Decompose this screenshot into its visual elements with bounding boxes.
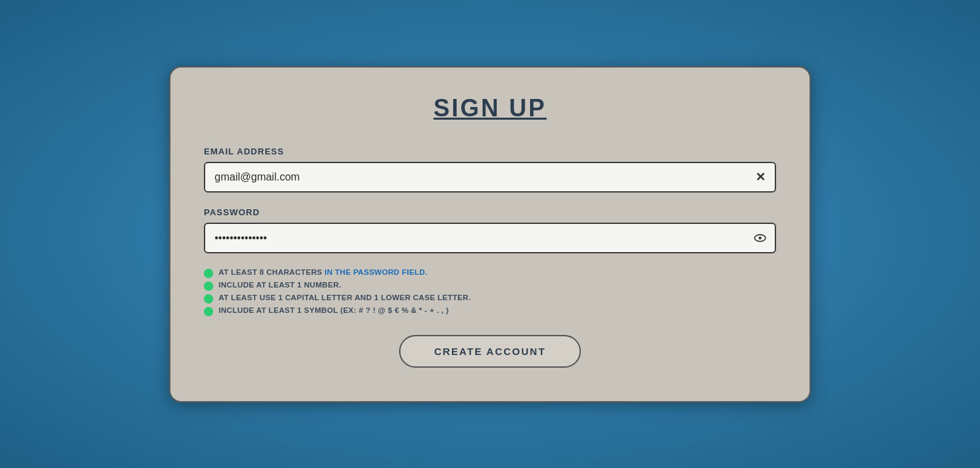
clear-email-icon[interactable]: ✕: [752, 169, 768, 185]
req-dot-number: [204, 281, 213, 291]
email-input-wrapper: ✕: [204, 162, 776, 193]
create-account-button[interactable]: CREATE ACCOUNT: [399, 335, 580, 368]
toggle-password-icon[interactable]: [752, 230, 768, 246]
req-text-case: AT LEAST USE 1 CAPITAL LETTER AND 1 LOWE…: [219, 294, 471, 302]
req-dot-case: [204, 294, 213, 304]
req-dot-symbol: [204, 307, 213, 316]
email-input[interactable]: [204, 162, 776, 193]
password-label: PASSWORD: [204, 207, 776, 217]
signup-card: SIGN UP EMAIL ADDRESS ✕ PASSWORD AT LEAS…: [169, 66, 811, 402]
req-text-length: AT LEAST 8 CHARACTERS IN THE PASSWORD FI…: [219, 268, 427, 276]
password-input[interactable]: [204, 223, 776, 253]
email-label: EMAIL ADDRESS: [204, 146, 776, 156]
req-dot-length: [204, 269, 213, 278]
requirement-number: INCLUDE AT LEAST 1 NUMBER.: [204, 281, 776, 291]
req-text-symbol: INCLUDE AT LEAST 1 SYMBOL (EX: # ? ! @ $…: [219, 306, 449, 314]
password-input-wrapper: [204, 223, 776, 253]
req-text-number: INCLUDE AT LEAST 1 NUMBER.: [219, 281, 342, 289]
requirement-length: AT LEAST 8 CHARACTERS IN THE PASSWORD FI…: [204, 268, 776, 278]
password-requirements: AT LEAST 8 CHARACTERS IN THE PASSWORD FI…: [204, 268, 776, 316]
page-title: SIGN UP: [204, 94, 776, 122]
requirement-symbol: INCLUDE AT LEAST 1 SYMBOL (EX: # ? ! @ $…: [204, 306, 776, 316]
requirement-case: AT LEAST USE 1 CAPITAL LETTER AND 1 LOWE…: [204, 294, 776, 304]
svg-point-1: [759, 236, 762, 239]
